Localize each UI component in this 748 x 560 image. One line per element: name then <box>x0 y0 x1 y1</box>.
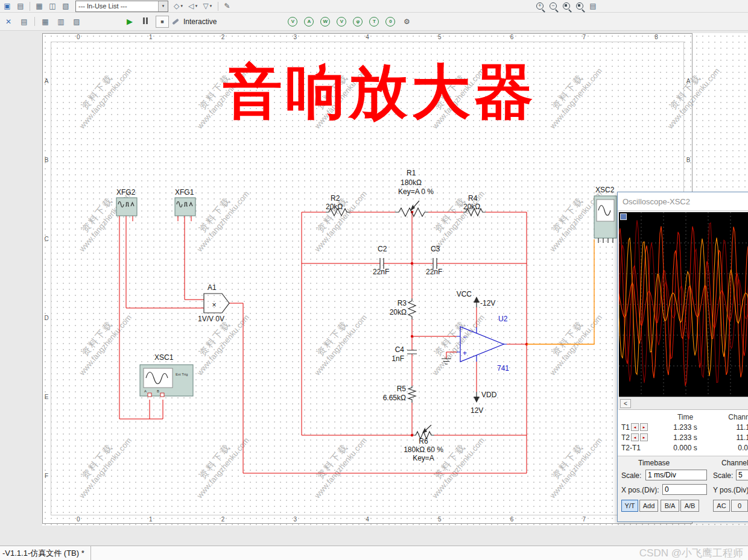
zero-coupling-button[interactable]: 0 <box>731 500 748 512</box>
component-r1-potentiometer[interactable]: R1 180kΩ Key=A 0 % <box>395 169 434 216</box>
interactive-mode-label[interactable]: Interactive <box>183 17 217 26</box>
component-vdd[interactable]: VDD 12V <box>471 391 497 415</box>
component-r2[interactable]: R2 20kΩ <box>326 194 350 216</box>
description-box-button[interactable]: ▤ <box>14 1 27 11</box>
place-transistor-button[interactable]: ◁▼ <box>186 1 200 11</box>
probe-settings-button[interactable]: ⚙ <box>399 14 414 28</box>
component-r5[interactable]: R5 6.65kΩ <box>383 385 416 403</box>
component-a1-multiplier[interactable]: × A1 1V/V 0V <box>198 283 229 323</box>
place-bus-button[interactable]: ▧ <box>60 1 72 11</box>
scope-controls: Timebase Channel A Scale: Scale: X pos.(… <box>618 456 748 520</box>
yt-mode-button[interactable]: Y/T <box>621 500 638 512</box>
probe-pencil-icon: ✎ <box>224 2 230 10</box>
place-diode-button[interactable]: ◇▼ <box>172 1 185 11</box>
component-r6-potentiometer[interactable]: R6 180kΩ 60 % Key=A <box>404 425 443 462</box>
component-xsc2[interactable]: XSC2 <box>594 186 616 243</box>
zoom-sheet-button[interactable]: ▤ <box>587 1 599 11</box>
probe-voltage-button[interactable]: V <box>285 14 300 28</box>
probe-zero-button[interactable]: 0 <box>383 14 398 28</box>
place-gate-icon: ▽ <box>203 2 208 10</box>
grapher-icon: ▦ <box>42 18 48 25</box>
probe-power-button[interactable]: W <box>318 14 332 28</box>
probe-digital-button[interactable]: T <box>367 14 381 28</box>
component-label: XFG2 <box>116 188 136 197</box>
timebase-xpos-input[interactable] <box>662 484 707 495</box>
channel-a-scale-label: Scale: <box>713 471 733 480</box>
place-gate-button[interactable]: ▽▼ <box>201 1 214 11</box>
component-ground[interactable] <box>442 359 451 364</box>
status-bar: -V1.1.1-仿真文件 (TB) * CSDN @小飞鹰工程师 <box>0 546 748 560</box>
gear-icon: ⚙ <box>404 18 410 25</box>
component-vcc[interactable]: VCC -12V <box>457 290 496 307</box>
zoom-out-icon: − <box>550 2 557 10</box>
place-component-button[interactable]: ▦ <box>33 1 45 11</box>
component-label: R5 <box>397 385 407 393</box>
ba-mode-button[interactable]: B/A <box>661 500 679 512</box>
pause-button[interactable] <box>138 14 153 28</box>
place-wire-button[interactable]: ◫ <box>46 1 59 11</box>
zoom-area-icon <box>563 2 570 10</box>
in-use-list-dropdown[interactable]: --- In-Use List --- ▼ <box>75 1 168 12</box>
spreadsheet-view-button[interactable]: ▤ <box>17 14 31 28</box>
t2-step-right-button[interactable]: ► <box>640 433 648 441</box>
probe-current-icon: A <box>304 17 314 27</box>
place-wire-icon: ◫ <box>49 2 55 10</box>
probe-zero-icon: 0 <box>385 17 395 27</box>
component-label: U2 <box>498 315 508 323</box>
terminal-a-label: A <box>144 389 147 393</box>
postprocessor-icon: ▨ <box>73 18 80 25</box>
component-xsc1[interactable]: Ext Trig A B XSC1 <box>140 353 193 397</box>
probe-current-button[interactable]: A <box>302 14 316 28</box>
scope-scrollbar: < <box>619 397 748 410</box>
component-key: Key=A <box>413 454 434 462</box>
t1-step-right-button[interactable]: ► <box>640 423 648 431</box>
wrench-icon <box>172 18 179 25</box>
probe-vref-button[interactable]: V <box>334 14 349 28</box>
component-c2[interactable]: C2 22nF <box>373 245 389 276</box>
t2-step-left-button[interactable]: ◄ <box>631 433 639 441</box>
ac-coupling-button[interactable]: AC <box>713 500 730 512</box>
delta-channel-value: 0.00 <box>712 442 748 453</box>
component-c4[interactable]: C4 1nF <box>391 345 417 363</box>
probe-phase-button[interactable]: φ <box>350 14 365 28</box>
grapher-button[interactable]: ▦ <box>38 14 52 28</box>
component-r3[interactable]: R3 20kΩ <box>390 298 416 319</box>
component-xfg1[interactable]: XFG1 <box>175 188 195 216</box>
place-transistor-icon: ◁ <box>188 2 194 10</box>
zoom-area-button[interactable] <box>560 1 572 11</box>
delta-time-value: 0.000 s <box>659 442 712 453</box>
cursor-delta-label: T2-T1 <box>621 444 641 452</box>
component-r4[interactable]: R4 20kΩ <box>463 194 486 216</box>
component-c3[interactable]: C3 22nF <box>426 245 442 276</box>
postprocessor-button[interactable]: ▨ <box>69 14 84 28</box>
stop-button[interactable]: ■ <box>154 14 171 28</box>
probe-toolbar: V A W V φ T 0 ⚙ <box>285 14 414 28</box>
run-button[interactable]: ▶ <box>122 14 137 28</box>
t1-step-left-button[interactable]: ◄ <box>631 423 639 431</box>
component-xfg2[interactable]: XFG2 <box>116 188 137 216</box>
database-button[interactable]: ▥ <box>54 14 68 28</box>
sheet-title: 音响放大器 <box>223 62 537 121</box>
zoom-in-button[interactable]: + <box>534 1 546 11</box>
oscilloscope-title: Oscilloscope-XSC2 <box>623 197 690 206</box>
add-mode-button[interactable]: Add <box>639 500 658 512</box>
component-value: 180kΩ <box>401 178 422 187</box>
component-value: 12V <box>471 406 483 415</box>
scroll-left-button[interactable]: < <box>620 399 631 408</box>
component-u2-opamp[interactable]: − + U2 741 <box>457 315 509 373</box>
zoom-out-button[interactable]: − <box>547 1 559 11</box>
component-label: R3 <box>398 299 407 307</box>
timebase-scale-input[interactable] <box>645 470 707 480</box>
toolbar-separator <box>30 2 30 11</box>
zoom-fit-button[interactable] <box>574 1 586 11</box>
new-schematic-button[interactable]: ▣ <box>1 1 13 11</box>
oscilloscope-titlebar[interactable]: Oscilloscope-XSC2 <box>618 192 748 211</box>
channel-a-scale-input[interactable] <box>736 470 748 480</box>
component-label: A1 <box>208 283 217 292</box>
ab-mode-button[interactable]: A/B <box>680 500 699 512</box>
probe-pencil-button[interactable]: ✎ <box>221 1 233 11</box>
channel-a-group-title: Channel A <box>721 459 748 467</box>
component-value: 20kΩ <box>463 203 480 211</box>
design-knife-button[interactable]: ✕ <box>1 14 16 28</box>
oscilloscope-window: Oscilloscope-XSC2 < Time Channel A T1 ◄ <box>617 192 748 522</box>
